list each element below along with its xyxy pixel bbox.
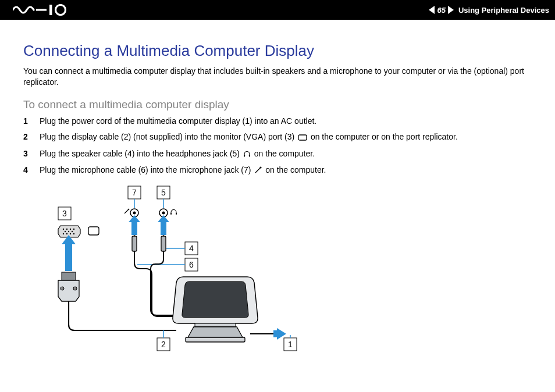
svg-point-32	[73, 233, 74, 234]
svg-rect-2	[298, 135, 307, 140]
top-bar: 65 Using Peripheral Devices	[0, 0, 555, 20]
svg-point-24	[70, 229, 71, 230]
manual-page: 65 Using Peripheral Devices Connecting a…	[0, 0, 555, 392]
connection-diagram: 3 7 5 4 6 2 1	[41, 184, 532, 361]
list-item: 1 Plug the power cord of the multimedia …	[23, 116, 532, 127]
svg-rect-47	[62, 272, 76, 280]
prev-page-icon[interactable]	[429, 6, 435, 14]
svg-rect-43	[161, 236, 166, 251]
svg-text:1: 1	[288, 340, 293, 349]
svg-point-28	[72, 231, 73, 232]
next-page-icon[interactable]	[448, 6, 454, 14]
svg-rect-39	[170, 213, 172, 215]
page-indicator: 65 Using Peripheral Devices	[429, 6, 549, 15]
section-title: Using Peripheral Devices	[458, 6, 549, 15]
svg-point-31	[70, 233, 71, 234]
svg-point-23	[66, 229, 67, 230]
monitor-port-icon	[298, 133, 307, 144]
svg-text:5: 5	[161, 188, 166, 197]
svg-point-26	[65, 231, 66, 232]
svg-point-22	[63, 229, 64, 230]
svg-point-38	[162, 212, 165, 215]
svg-rect-41	[132, 236, 137, 251]
svg-rect-51	[195, 323, 236, 327]
svg-text:6: 6	[189, 260, 194, 269]
svg-point-25	[73, 229, 74, 230]
content-area: Connecting a Multimedia Computer Display…	[0, 20, 555, 361]
svg-point-49	[73, 287, 77, 290]
svg-rect-0	[49, 5, 52, 15]
svg-text:4: 4	[189, 244, 194, 253]
svg-point-36	[128, 209, 130, 211]
svg-point-30	[66, 233, 67, 234]
svg-text:3: 3	[62, 209, 67, 218]
svg-point-48	[61, 287, 64, 290]
svg-rect-4	[249, 155, 250, 157]
svg-rect-33	[88, 227, 99, 235]
svg-point-29	[63, 233, 64, 234]
svg-rect-40	[176, 213, 177, 215]
svg-rect-3	[244, 155, 245, 157]
page-number: 65	[437, 6, 445, 15]
list-item: 4 Plug the microphone cable (6) into the…	[23, 165, 532, 177]
svg-text:2: 2	[161, 340, 166, 349]
intro-text: You can connect a multimedia computer di…	[23, 66, 532, 88]
svg-text:7: 7	[132, 188, 137, 197]
svg-rect-52	[186, 337, 245, 342]
svg-point-5	[260, 167, 262, 169]
headphones-icon	[243, 149, 251, 161]
list-item: 3 Plug the speaker cable (4) into the he…	[23, 148, 532, 161]
microphone-icon	[254, 166, 262, 177]
page-title: Connecting a Multimedia Computer Display	[23, 42, 532, 60]
list-item: 2 Plug the display cable (2) (not suppli…	[23, 131, 532, 144]
svg-point-35	[133, 212, 136, 215]
step-list: 1 Plug the power cord of the multimedia …	[23, 116, 532, 177]
vaio-logo	[13, 4, 69, 16]
svg-point-1	[56, 5, 66, 15]
svg-point-27	[68, 231, 69, 232]
sub-heading: To connect a multimedia computer display	[23, 98, 532, 111]
